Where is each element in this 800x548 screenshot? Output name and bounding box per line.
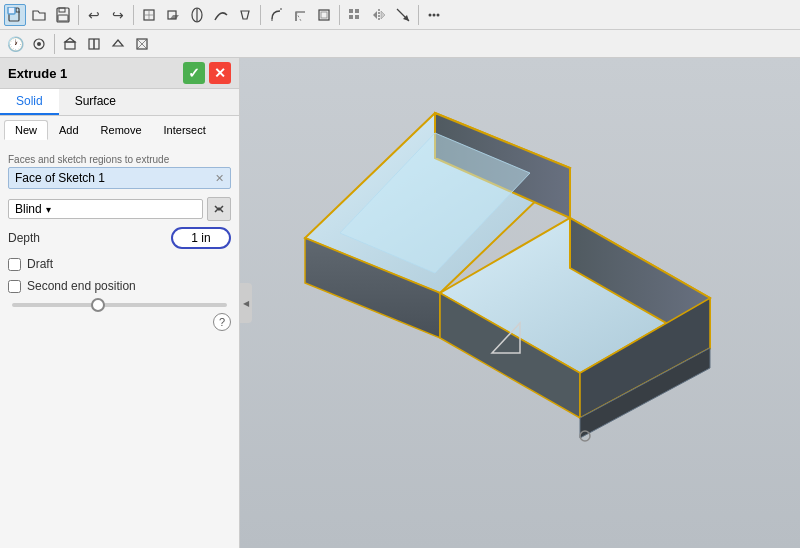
svg-marker-33 — [65, 38, 75, 42]
draft-checkbox[interactable] — [8, 258, 21, 271]
svg-rect-20 — [349, 15, 353, 19]
help-button[interactable]: ? — [213, 313, 231, 331]
open-icon[interactable] — [28, 4, 50, 26]
svg-line-15 — [296, 12, 301, 21]
extent-chevron: ▾ — [46, 204, 51, 215]
panel-collapse-handle[interactable]: ◀ — [240, 283, 252, 323]
extent-value: Blind — [15, 202, 42, 216]
second-end-label: Second end position — [27, 279, 136, 293]
history-icon[interactable]: 🕐 — [4, 33, 26, 55]
depth-input-wrapper — [171, 227, 231, 249]
pattern-icon[interactable] — [344, 4, 366, 26]
second-end-checkbox[interactable] — [8, 280, 21, 293]
slider-thumb[interactable] — [91, 298, 105, 312]
redo-icon[interactable]: ↪ — [107, 4, 129, 26]
panel-header: Extrude 1 ✓ ✕ — [0, 58, 239, 89]
sketch-icon[interactable] — [138, 4, 160, 26]
subtab-new[interactable]: New — [4, 120, 48, 140]
sep4 — [339, 5, 340, 25]
depth-label: Depth — [8, 231, 40, 245]
faces-value-box[interactable]: Face of Sketch 1 ✕ — [8, 167, 231, 189]
svg-rect-32 — [65, 42, 75, 49]
3d-viewport — [240, 58, 800, 548]
sub-tabs: New Add Remove Intersect — [0, 116, 239, 140]
main-tabs: Solid Surface — [0, 89, 239, 116]
panel-content: Faces and sketch regions to extrude Face… — [0, 140, 239, 339]
second-end-row: Second end position — [8, 279, 231, 293]
main-area: Extrude 1 ✓ ✕ Solid Surface New Add Remo… — [0, 58, 800, 548]
new-icon[interactable] — [4, 4, 26, 26]
svg-marker-12 — [241, 11, 249, 19]
faces-value: Face of Sketch 1 — [15, 171, 105, 185]
svg-point-31 — [37, 42, 41, 46]
display-icon[interactable] — [107, 33, 129, 55]
fillet-icon[interactable] — [265, 4, 287, 26]
extrude-panel: Extrude 1 ✓ ✕ Solid Surface New Add Remo… — [0, 58, 240, 548]
sweep-icon[interactable] — [210, 4, 232, 26]
chamfer-icon[interactable] — [289, 4, 311, 26]
subtab-remove[interactable]: Remove — [90, 120, 153, 140]
svg-point-28 — [433, 13, 436, 16]
panel-actions: ✓ ✕ — [183, 62, 231, 84]
sep6 — [54, 34, 55, 54]
undo-icon[interactable]: ↩ — [83, 4, 105, 26]
extent-select[interactable]: Blind ▾ — [8, 199, 203, 219]
subtab-intersect[interactable]: Intersect — [153, 120, 217, 140]
extent-flip-button[interactable] — [207, 197, 231, 221]
svg-point-29 — [437, 13, 440, 16]
confirm-button[interactable]: ✓ — [183, 62, 205, 84]
loft-icon[interactable] — [234, 4, 256, 26]
depth-input[interactable] — [171, 227, 231, 249]
more-icon[interactable] — [423, 4, 445, 26]
svg-rect-3 — [59, 8, 65, 12]
svg-point-27 — [429, 13, 432, 16]
mirror-icon[interactable] — [368, 4, 390, 26]
save-icon[interactable] — [52, 4, 74, 26]
view-settings-icon[interactable] — [28, 33, 50, 55]
cancel-button[interactable]: ✕ — [209, 62, 231, 84]
shell-icon[interactable] — [313, 4, 335, 26]
sep3 — [260, 5, 261, 25]
sep5 — [418, 5, 419, 25]
sep2 — [133, 5, 134, 25]
tab-solid[interactable]: Solid — [0, 89, 59, 115]
svg-marker-24 — [381, 11, 385, 19]
slider-track[interactable] — [12, 303, 227, 307]
mesh-icon[interactable] — [131, 33, 153, 55]
sep1 — [78, 5, 79, 25]
draft-row: Draft — [8, 257, 231, 271]
faces-clear-button[interactable]: ✕ — [215, 172, 224, 185]
secondary-toolbar: 🕐 — [0, 30, 800, 58]
canvas-area[interactable]: ◀ — [240, 58, 800, 548]
scale-icon[interactable] — [392, 4, 414, 26]
svg-rect-16 — [319, 10, 329, 20]
object-icon[interactable] — [59, 33, 81, 55]
main-toolbar: ↩ ↪ — [0, 0, 800, 30]
faces-label: Faces and sketch regions to extrude — [8, 154, 231, 165]
svg-rect-19 — [355, 9, 359, 13]
depth-row: Depth — [8, 227, 231, 249]
svg-rect-21 — [355, 15, 359, 19]
svg-marker-23 — [373, 11, 377, 19]
slider-row — [8, 303, 231, 307]
svg-rect-18 — [349, 9, 353, 13]
svg-rect-4 — [58, 15, 68, 21]
tab-surface[interactable]: Surface — [59, 89, 132, 115]
revolve-icon[interactable] — [186, 4, 208, 26]
panel-title: Extrude 1 — [8, 66, 67, 81]
extent-row: Blind ▾ — [8, 197, 231, 221]
extrude-icon[interactable] — [162, 4, 184, 26]
section-icon[interactable] — [83, 33, 105, 55]
draft-label: Draft — [27, 257, 53, 271]
svg-rect-1 — [8, 7, 15, 14]
svg-rect-17 — [321, 12, 327, 18]
svg-marker-8 — [170, 15, 179, 19]
help-row: ? — [8, 313, 231, 331]
subtab-add[interactable]: Add — [48, 120, 90, 140]
